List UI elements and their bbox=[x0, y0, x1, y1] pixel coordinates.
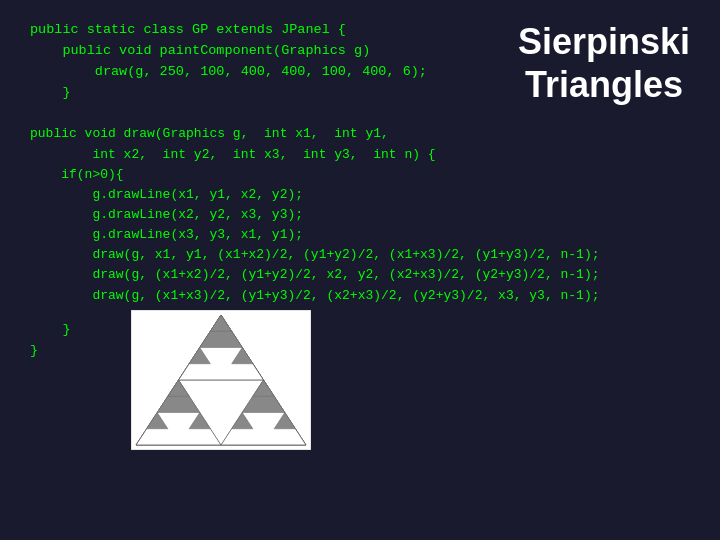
code-main-4: g.drawLine(x1, y1, x2, y2); bbox=[30, 185, 690, 205]
code-main-9: draw(g, (x1+x3)/2, (y1+y3)/2, (x2+x3)/2,… bbox=[30, 286, 690, 306]
code-main-6: g.drawLine(x3, y3, x1, y1); bbox=[30, 225, 690, 245]
sierpinski-svg bbox=[131, 310, 311, 450]
top-section: public static class GP extends JPanel { … bbox=[30, 20, 690, 106]
title-section: Sierpinski Triangles bbox=[518, 20, 690, 106]
code-main-3: if(n>0){ bbox=[30, 165, 690, 185]
slide: public static class GP extends JPanel { … bbox=[0, 0, 720, 540]
code-line-1: public static class GP extends JPanel { bbox=[30, 20, 488, 41]
code-line-3: draw(g, 250, 100, 400, 400, 100, 400, 6)… bbox=[30, 62, 488, 83]
sierpinski-image bbox=[131, 310, 311, 450]
close-1: } bbox=[30, 320, 71, 341]
bottom-section: } } bbox=[30, 320, 690, 450]
title-line1: Sierpinski bbox=[518, 20, 690, 63]
code-main-1: public void draw(Graphics g, int x1, int… bbox=[30, 124, 690, 144]
code-main-8: draw(g, (x1+x2)/2, (y1+y2)/2, x2, y2, (x… bbox=[30, 265, 690, 285]
title-line2: Triangles bbox=[518, 63, 690, 106]
code-main: public void draw(Graphics g, int x1, int… bbox=[30, 124, 690, 305]
code-main-7: draw(g, x1, y1, (x1+x2)/2, (y1+y2)/2, (x… bbox=[30, 245, 690, 265]
closing-braces: } } bbox=[30, 320, 71, 362]
close-2: } bbox=[30, 341, 71, 362]
code-line-4: } bbox=[30, 83, 488, 104]
code-main-2: int x2, int y2, int x3, int y3, int n) { bbox=[30, 145, 690, 165]
code-line-2: public void paintComponent(Graphics g) bbox=[30, 41, 488, 62]
code-main-5: g.drawLine(x2, y2, x3, y3); bbox=[30, 205, 690, 225]
code-top: public static class GP extends JPanel { … bbox=[30, 20, 488, 104]
